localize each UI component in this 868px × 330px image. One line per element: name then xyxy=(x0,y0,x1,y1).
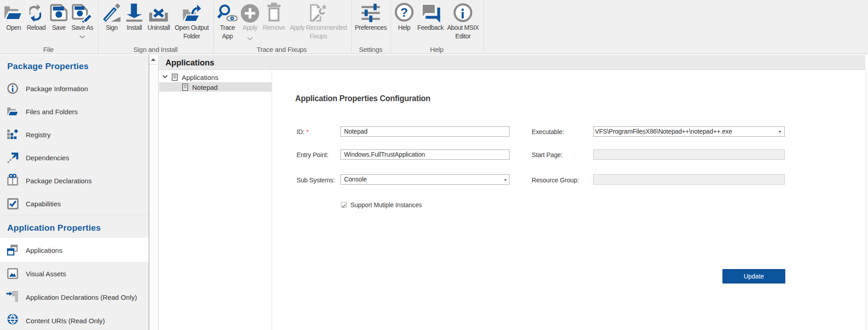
svg-text:?: ? xyxy=(401,6,408,19)
